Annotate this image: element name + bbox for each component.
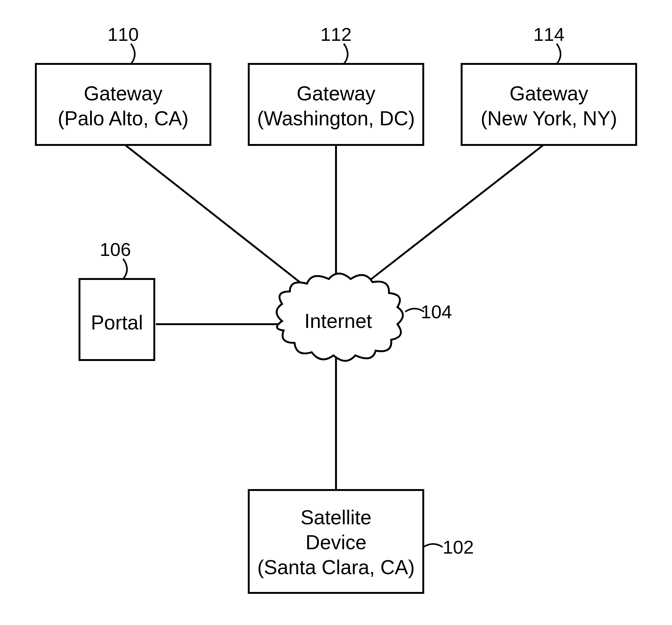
gateway-3-title: Gateway (510, 82, 589, 105)
satellite-line3: (Santa Clara, CA) (257, 556, 414, 579)
internet-ref: 104 (421, 302, 452, 322)
gateway-3: Gateway (New York, NY) 114 (462, 24, 636, 145)
satellite-leader (423, 544, 442, 547)
portal-leader (123, 259, 127, 279)
satellite-line2: Device (306, 531, 366, 554)
gateway-2-ref: 112 (320, 24, 352, 45)
link-gateway1-internet (123, 143, 312, 291)
satellite-ref: 102 (442, 537, 474, 558)
gateway-2-location: (Washington, DC) (257, 107, 415, 130)
portal-ref: 106 (100, 239, 131, 260)
gateway-2: Gateway (Washington, DC) 112 (249, 24, 423, 145)
link-gateway3-internet (355, 143, 546, 291)
gateway-1-leader (131, 44, 135, 64)
portal-label: Portal (91, 311, 143, 334)
gateway-2-title: Gateway (297, 82, 376, 105)
gateway-1-title: Gateway (84, 82, 163, 105)
gateway-1-location: (Palo Alto, CA) (58, 107, 189, 130)
gateway-3-ref: 114 (533, 24, 565, 45)
satellite-line1: Satellite (301, 506, 371, 529)
gateway-2-leader (344, 44, 348, 64)
satellite-device: Satellite Device (Santa Clara, CA) 102 (249, 490, 474, 593)
portal: Portal 106 (79, 239, 154, 360)
gateway-1-ref: 110 (107, 24, 139, 45)
gateway-3-leader (557, 44, 561, 64)
gateway-3-location: (New York, NY) (481, 107, 617, 130)
gateway-1: Gateway (Palo Alto, CA) 110 (36, 24, 210, 145)
internet: Internet 104 (277, 274, 452, 361)
internet-label: Internet (304, 310, 372, 332)
